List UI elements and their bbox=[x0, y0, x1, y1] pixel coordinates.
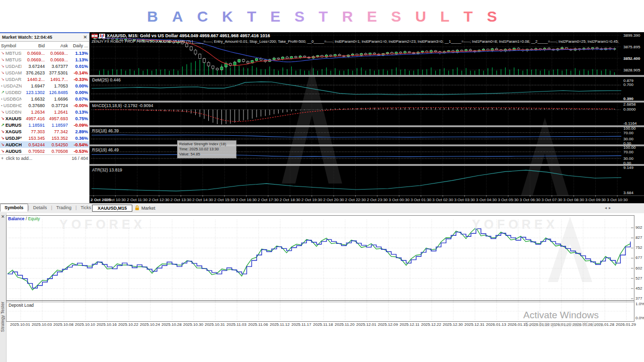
banner-letter: K bbox=[222, 8, 233, 25]
svg-text:MACD(13,18,9) -2.1792 -0.9094: MACD(13,18,9) -2.1792 -0.9094 bbox=[92, 103, 153, 108]
svg-text:2 Oct 18:30: 2 Oct 18:30 bbox=[280, 198, 301, 202]
price-chart-window[interactable]: DeM(25) 0.4460.8790.7000.390MACD(13,18,9… bbox=[90, 32, 644, 203]
tab-symbols[interactable]: Symbols bbox=[0, 204, 28, 212]
close-icon[interactable]: ✕ bbox=[1, 214, 5, 219]
table-row[interactable]: ↘MBTUSDm0.0669...0.0669...1.13% bbox=[0, 56, 89, 63]
table-row[interactable]: ↘AUDUSD0.705020.70508-0.53% bbox=[0, 148, 89, 154]
market-watch-titlebar: Market Watch: 12:04:45 ✕ bbox=[0, 33, 89, 42]
svg-text:2 Oct 14:30: 2 Oct 14:30 bbox=[192, 198, 213, 202]
svg-text:70.00: 70.00 bbox=[623, 131, 634, 135]
table-row[interactable]: ↘XAGUSD77.30377.3422.89% bbox=[0, 128, 89, 135]
page-title: BACKTESTRESULTS bbox=[0, 8, 644, 25]
balance-line bbox=[8, 229, 630, 288]
watermark-text: YOFOREX bbox=[472, 217, 558, 232]
trend-icon: ↘ bbox=[1, 110, 5, 114]
banner-letter: T bbox=[247, 8, 256, 25]
trend-icon: ↗ bbox=[1, 90, 5, 95]
trend-icon: ↘ bbox=[1, 57, 5, 62]
tab-scroll-arrows[interactable]: ◂▸ bbox=[605, 206, 613, 210]
table-row[interactable]: ↘MBTUSD0.0669...0.0669...1.13% bbox=[0, 50, 89, 56]
market-watch-panel: Market Watch: 12:04:45 ✕ SymbolBidAskDai… bbox=[0, 32, 90, 203]
svg-text:2 Oct 12:30: 2 Oct 12:30 bbox=[148, 198, 170, 202]
svg-text:ATR(32) 13.819: ATR(32) 13.819 bbox=[92, 167, 122, 172]
banner-letter: C bbox=[197, 8, 208, 25]
market-state: Market bbox=[135, 205, 155, 211]
table-row[interactable]: ↗USDBDT123.1302126.84850.00% bbox=[0, 89, 89, 96]
market-label: Market bbox=[141, 206, 155, 211]
y-axis-label: 677 bbox=[635, 255, 642, 260]
market-watch-rows: ↘MBTUSD0.0669...0.0669...1.13%↘MBTUSDm0.… bbox=[0, 50, 89, 154]
svg-text:0.390: 0.390 bbox=[623, 97, 634, 101]
trend-icon: ↘ bbox=[1, 77, 5, 81]
trend-icon: ↘ bbox=[1, 70, 5, 75]
svg-text:30.00: 30.00 bbox=[623, 156, 634, 161]
banner-letter: S bbox=[487, 8, 497, 25]
trend-icon: ↘ bbox=[1, 136, 5, 140]
add-symbol-button[interactable]: + click to add... bbox=[1, 156, 71, 161]
date-axis-label: 2026.01.29 bbox=[611, 322, 641, 327]
bottom-tab-bar: Symbols|Details|Trading|Ticks XAUUSD,M15… bbox=[0, 203, 644, 212]
table-row[interactable]: ↘USDAED3.672443.673770.01% bbox=[0, 63, 89, 69]
svg-text:3 Oct 02:30: 3 Oct 02:30 bbox=[432, 198, 453, 202]
banner-letter: T bbox=[463, 8, 472, 25]
symbol-count: 16 / 404 bbox=[71, 156, 88, 161]
tooltip-line3: Value: 54.85 bbox=[179, 152, 234, 157]
deposit-load-label: Deposit Load bbox=[9, 303, 34, 308]
close-icon[interactable]: ✕ bbox=[83, 35, 87, 40]
svg-text:100.00: 100.00 bbox=[623, 145, 636, 150]
svg-text:3 Oct 03:30: 3 Oct 03:30 bbox=[454, 198, 475, 202]
banner-letter: S bbox=[391, 8, 401, 25]
trend-icon: ↘ bbox=[1, 51, 5, 55]
y-axis-label: 602 bbox=[635, 266, 642, 270]
svg-text:2.6858: 2.6858 bbox=[623, 102, 636, 107]
main-chart[interactable]: DeM(25) 0.4460.8790.7000.390MACD(13,18,9… bbox=[90, 32, 644, 203]
trend-icon: • bbox=[1, 83, 3, 88]
table-row[interactable]: ↘USDAMD376.2623377.5301-0.14% bbox=[0, 69, 89, 76]
svg-text:2 Oct 20:30: 2 Oct 20:30 bbox=[323, 198, 344, 202]
table-row[interactable]: ↘AUDCHF0.542440.54250-0.54% bbox=[0, 141, 89, 148]
market-watch-footer: + click to add... 16 / 404 bbox=[0, 154, 89, 162]
market-watch-title: Market Watch: 12:04:45 bbox=[2, 35, 52, 40]
tab-details[interactable]: Details bbox=[29, 204, 51, 211]
table-row[interactable]: ↘USDJPY153.345153.3520.36% bbox=[0, 135, 89, 141]
svg-text:2 Oct 15:30: 2 Oct 15:30 bbox=[214, 198, 235, 202]
svg-text:-6.1164: -6.1164 bbox=[623, 121, 637, 126]
table-row[interactable]: ↘XAUUSD4957.4164957.6930.75% bbox=[0, 115, 89, 122]
svg-text:0.00: 0.00 bbox=[623, 161, 631, 165]
svg-text:2 Oct 17:30: 2 Oct 17:30 bbox=[258, 198, 279, 202]
strategy-tester-panel: ✕ Strategy Tester YOFOREX YOFOREX Balanc… bbox=[0, 213, 644, 362]
banner-letter: A bbox=[172, 8, 183, 25]
table-row[interactable]: ↗EURUSD1.185911.18597-0.09% bbox=[0, 122, 89, 128]
y-axis-label: 752 bbox=[635, 245, 642, 250]
svg-text:9.149: 9.149 bbox=[623, 165, 634, 170]
lock-icon bbox=[135, 205, 139, 211]
table-row[interactable]: •USDBGN1.66321.66960.07% bbox=[0, 96, 89, 102]
activate-windows-subtext: Go to Settings to activate Windows. bbox=[525, 322, 604, 327]
market-watch-header[interactable]: SymbolBidAskDaily ... bbox=[0, 42, 89, 50]
y-axis-label: 377 bbox=[635, 296, 642, 301]
svg-text:3 Oct 08:30: 3 Oct 08:30 bbox=[564, 198, 585, 202]
tab-trading[interactable]: Trading bbox=[52, 204, 75, 211]
table-row[interactable]: ↘USDBND1.26341.26410.13% bbox=[0, 109, 89, 115]
svg-text:3 Oct 01:30: 3 Oct 01:30 bbox=[411, 198, 432, 202]
svg-text:3 Oct 07:30: 3 Oct 07:30 bbox=[541, 198, 562, 202]
table-row[interactable]: •USDBHD0.376800.37724-0.00% bbox=[0, 102, 89, 109]
svg-text:2 Oct 11:30: 2 Oct 11:30 bbox=[127, 198, 147, 202]
trend-icon: ↘ bbox=[1, 149, 5, 153]
svg-text:3852.400: 3852.400 bbox=[623, 56, 640, 61]
trend-icon: • bbox=[1, 97, 3, 101]
trend-icon: ↘ bbox=[1, 64, 5, 68]
svg-text:RSI(18) 46.39: RSI(18) 46.39 bbox=[92, 128, 119, 133]
banner-letter: B bbox=[147, 8, 158, 25]
y-axis-label: 527 bbox=[635, 276, 642, 281]
table-row[interactable]: ↘USDARS1440.2...1491.7...-0.33% bbox=[0, 76, 89, 82]
y-axis-label: 827 bbox=[635, 235, 642, 240]
chart-tab[interactable]: XAUUSD,M15 bbox=[92, 205, 132, 212]
watermark-text: YOFOREX bbox=[59, 217, 145, 232]
table-row[interactable]: •USDAZN1.69471.70530.00% bbox=[0, 82, 89, 89]
svg-text:2 Oct 22:30: 2 Oct 22:30 bbox=[345, 198, 366, 202]
svg-text:3875.895: 3875.895 bbox=[623, 45, 640, 49]
trend-icon: ↘ bbox=[1, 116, 5, 121]
banner-letter: R bbox=[342, 8, 353, 25]
grid bbox=[8, 220, 630, 320]
